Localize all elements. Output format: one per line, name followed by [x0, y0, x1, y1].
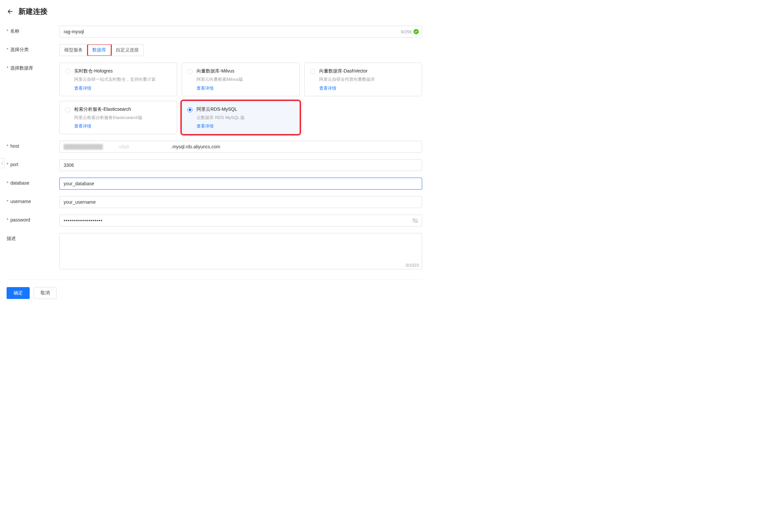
label-port: port: [7, 159, 59, 167]
label-category: 选择分类: [7, 44, 59, 53]
db-details-link[interactable]: 查看详情: [74, 123, 171, 129]
label-description: 描述: [7, 233, 59, 242]
name-input[interactable]: [59, 26, 422, 38]
page-title: 新建连接: [18, 7, 47, 16]
radio-icon: [310, 69, 315, 74]
description-textarea[interactable]: [59, 233, 422, 269]
back-arrow-icon[interactable]: [7, 8, 14, 15]
eye-off-icon[interactable]: [412, 218, 418, 223]
db-details-link[interactable]: 查看详情: [196, 85, 294, 91]
label-name: 名称: [7, 26, 59, 34]
db-option-hologres[interactable]: 实时数仓-Hologres 阿里云自研一站式实时数仓，支持向量计算 查看详情: [59, 63, 177, 96]
db-desc: 阿里云自研全托管向量数据库: [319, 76, 417, 83]
label-host: host: [7, 141, 59, 149]
db-details-link[interactable]: 查看详情: [74, 85, 171, 91]
label-username: username: [7, 196, 59, 204]
radio-icon: [187, 107, 192, 112]
tab-custom-connection[interactable]: 自定义连接: [111, 44, 143, 56]
db-desc: 云数据库 RDS MySQL 版: [196, 114, 294, 121]
tab-model-service[interactable]: 模型服务: [60, 44, 88, 56]
tab-database[interactable]: 数据库: [88, 44, 111, 56]
username-input[interactable]: [59, 196, 422, 208]
page-header: 新建连接: [7, 7, 422, 16]
db-desc: 阿里云检索分析服务Elasticsearch版: [74, 114, 171, 121]
db-title: 向量数据库-Milvus: [196, 68, 294, 74]
name-counter: 9/256: [401, 29, 412, 34]
radio-icon: [65, 107, 70, 112]
db-title: 阿里云RDS-MySQL: [196, 106, 294, 112]
check-circle-icon: [414, 29, 419, 34]
label-database: database: [7, 178, 59, 186]
db-desc: 阿里云向量检索Milvus版: [196, 76, 294, 83]
port-input[interactable]: [59, 159, 422, 171]
db-title: 向量数据库-DashVector: [319, 68, 417, 74]
label-database-select: 选择数据库: [7, 63, 59, 71]
db-option-milvus[interactable]: 向量数据库-Milvus 阿里云向量检索Milvus版 查看详情: [182, 63, 299, 96]
divider: [7, 280, 422, 280]
description-counter: 0/1023: [406, 263, 419, 268]
radio-icon: [187, 69, 192, 74]
name-input-suffix: 9/256: [401, 29, 419, 34]
db-title: 实时数仓-Hologres: [74, 68, 171, 74]
confirm-button[interactable]: 确定: [7, 287, 30, 299]
cancel-button[interactable]: 取消: [34, 287, 57, 299]
password-input[interactable]: [59, 215, 422, 226]
db-title: 检索分析服务-Elasticsearch: [74, 106, 171, 112]
db-desc: 阿里云自研一站式实时数仓，支持向量计算: [74, 76, 171, 83]
category-tabs: 模型服务 数据库 自定义连接: [59, 44, 144, 56]
db-option-dashvector[interactable]: 向量数据库-DashVector 阿里云自研全托管向量数据库 查看详情: [304, 63, 422, 96]
database-input[interactable]: [59, 178, 422, 190]
radio-icon: [65, 69, 70, 74]
label-password: password: [7, 215, 59, 222]
db-option-rds-mysql[interactable]: 阿里云RDS-MySQL 云数据库 RDS MySQL 版 查看详情: [182, 101, 299, 134]
db-details-link[interactable]: 查看详情: [319, 85, 417, 91]
db-option-elasticsearch[interactable]: 检索分析服务-Elasticsearch 阿里云检索分析服务Elasticsea…: [59, 101, 177, 134]
db-details-link[interactable]: 查看详情: [196, 123, 294, 129]
side-expand-handle[interactable]: [0, 158, 5, 168]
